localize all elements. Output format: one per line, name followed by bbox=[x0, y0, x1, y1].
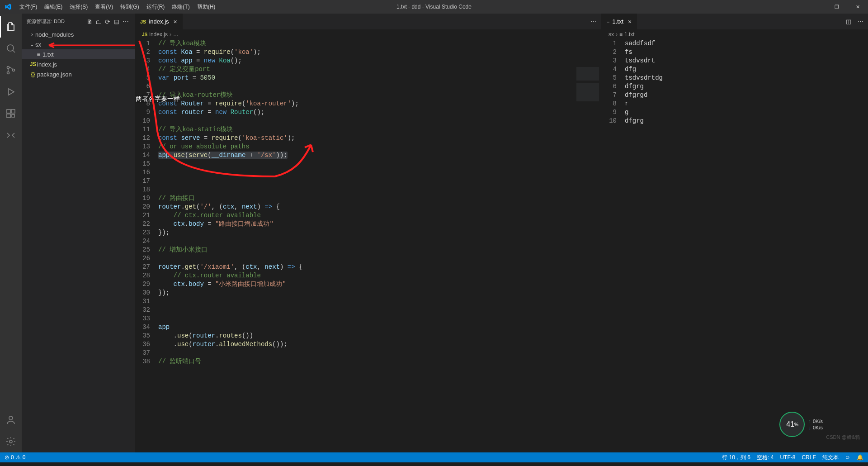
refresh-icon[interactable]: ⟳ bbox=[103, 18, 112, 25]
file-package-json[interactable]: {}package.json bbox=[22, 69, 135, 79]
menu-item[interactable]: 文件(F) bbox=[16, 0, 41, 14]
svg-point-1 bbox=[7, 67, 9, 69]
code-editor-2[interactable]: 12345678910 saddfsdffstsdvsdrtdfgtsdvsdr… bbox=[601, 39, 868, 452]
source-control-icon[interactable] bbox=[0, 59, 22, 81]
minimap[interactable] bbox=[569, 65, 601, 452]
file-1-txt[interactable]: ≡1.txt bbox=[22, 49, 135, 59]
menu-item[interactable]: 终端(T) bbox=[168, 0, 193, 14]
editor-more-icon[interactable]: ⋯ bbox=[858, 18, 863, 25]
editor-group-1: JSindex.js× ⋯ JS index.js›… 123456789101… bbox=[135, 14, 601, 452]
file-index-js[interactable]: JSindex.js bbox=[22, 59, 135, 69]
menu-item[interactable]: 运行(R) bbox=[143, 0, 169, 14]
editor-more-icon[interactable]: ⋯ bbox=[590, 18, 596, 25]
new-file-icon[interactable]: 🗎 bbox=[85, 18, 94, 25]
explorer-icon[interactable] bbox=[0, 16, 22, 38]
menu-item[interactable]: 查看(V) bbox=[91, 0, 117, 14]
search-icon[interactable] bbox=[0, 38, 22, 59]
menu-bar: 文件(F)编辑(E)选择(S)查看(V)转到(G)运行(R)终端(T)帮助(H) bbox=[16, 0, 219, 14]
status-bar: ⊘ 0 ⚠ 0 行 10，列 6 空格: 4 UTF-8 CRLF 纯文本 ☺ … bbox=[0, 452, 868, 462]
tab-1-txt[interactable]: ≡1.txt× bbox=[601, 14, 637, 29]
close-tab-icon[interactable]: × bbox=[174, 18, 177, 25]
maximize-button[interactable]: ❐ bbox=[826, 0, 847, 14]
menu-item[interactable]: 帮助(H) bbox=[193, 0, 219, 14]
svg-point-3 bbox=[13, 69, 15, 71]
svg-rect-6 bbox=[7, 114, 10, 118]
svg-point-0 bbox=[7, 45, 14, 51]
settings-gear-icon[interactable] bbox=[0, 431, 22, 452]
svg-rect-5 bbox=[11, 109, 15, 113]
status-bell-icon[interactable]: 🔔 bbox=[857, 454, 863, 461]
tabs-bar-1: JSindex.js× ⋯ bbox=[135, 14, 601, 29]
status-eol[interactable]: CRLF bbox=[802, 454, 816, 461]
svg-rect-7 bbox=[12, 114, 14, 117]
explorer-sidebar: 资源管理器: DDD 🗎 🗀 ⟳ ⊟ ⋯ ›node_modules ⌄sx ≡… bbox=[22, 14, 135, 452]
menu-item[interactable]: 编辑(E) bbox=[41, 0, 66, 14]
status-indent[interactable]: 空格: 4 bbox=[757, 454, 774, 461]
editor-group-2: ≡1.txt× ◫ ⋯ sx›≡1.txt 12345678910 saddfs… bbox=[601, 14, 868, 452]
minimize-button[interactable]: ─ bbox=[806, 0, 826, 14]
breadcrumb-2[interactable]: sx›≡1.txt bbox=[601, 29, 868, 39]
file-tree: ›node_modules ⌄sx ≡1.txt JSindex.js {}pa… bbox=[22, 29, 135, 79]
collapse-all-icon[interactable]: ⊟ bbox=[112, 18, 121, 25]
more-icon[interactable]: ⋯ bbox=[121, 18, 130, 25]
window-title: 1.txt - ddd - Visual Studio Code bbox=[396, 4, 472, 10]
account-icon[interactable] bbox=[0, 409, 22, 431]
extensions-icon[interactable] bbox=[0, 103, 22, 124]
split-editor-icon[interactable]: ◫ bbox=[846, 18, 851, 25]
status-encoding[interactable]: UTF-8 bbox=[780, 454, 795, 461]
folder-sx[interactable]: ⌄sx bbox=[22, 39, 135, 49]
tab-index-js[interactable]: JSindex.js× bbox=[135, 14, 183, 29]
status-feedback-icon[interactable]: ☺ bbox=[845, 454, 850, 461]
titlebar: 文件(F)编辑(E)选择(S)查看(V)转到(G)运行(R)终端(T)帮助(H)… bbox=[0, 0, 868, 14]
breadcrumb-1[interactable]: JS index.js›… bbox=[135, 29, 601, 39]
status-errors[interactable]: ⊘ 0 ⚠ 0 bbox=[5, 454, 25, 461]
remote-icon[interactable] bbox=[0, 124, 22, 146]
svg-point-2 bbox=[7, 72, 9, 74]
close-button[interactable]: ✕ bbox=[847, 0, 868, 14]
menu-item[interactable]: 选择(S) bbox=[66, 0, 91, 14]
vscode-logo-icon bbox=[0, 3, 16, 10]
run-debug-icon[interactable] bbox=[0, 81, 22, 103]
new-folder-icon[interactable]: 🗀 bbox=[94, 18, 103, 25]
status-language[interactable]: 纯文本 bbox=[822, 454, 839, 461]
explorer-title: 资源管理器: DDD bbox=[26, 18, 85, 25]
status-cursor-pos[interactable]: 行 10，列 6 bbox=[722, 454, 750, 461]
svg-point-8 bbox=[9, 416, 13, 420]
activity-bar bbox=[0, 14, 22, 452]
close-tab-icon[interactable]: × bbox=[628, 18, 632, 25]
menu-item[interactable]: 转到(G) bbox=[117, 0, 142, 14]
svg-rect-4 bbox=[7, 109, 10, 113]
svg-point-9 bbox=[9, 440, 12, 443]
code-editor-1[interactable]: 1234567891011121314151617181920212223242… bbox=[135, 39, 601, 452]
network-widget: 41% ↑0K/s ↓0K/s bbox=[779, 412, 823, 437]
watermark: CSDN @娇&鸦 bbox=[826, 434, 860, 441]
folder-node-modules[interactable]: ›node_modules bbox=[22, 29, 135, 39]
